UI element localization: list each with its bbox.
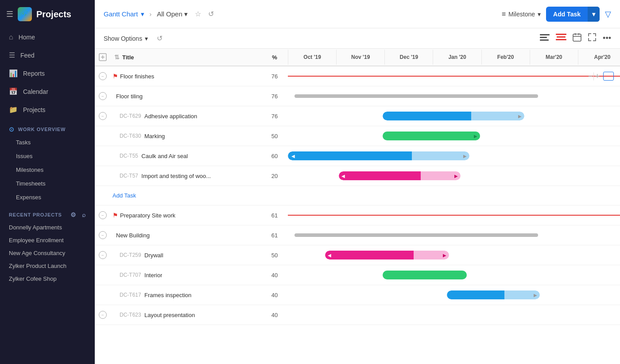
gantt-chart-button[interactable]: Gantt Chart ▾ [104, 10, 144, 18]
expand-button[interactable]: − [99, 311, 107, 319]
nav-reports[interactable]: 📊 Reports [0, 64, 95, 82]
month-apr20: Apr'20 [578, 50, 620, 65]
nav-feed[interactable]: ☰ Feed [0, 46, 95, 64]
row-expand[interactable]: − [95, 231, 111, 239]
main-content: Gantt Chart ▾ › All Open ▾ ☆ ↺ ≡ Milesto… [95, 0, 620, 364]
all-open-button[interactable]: All Open ▾ [157, 10, 188, 18]
row-title-cell: DC-T259 Drywall [111, 248, 261, 262]
row-title-cell: DC-T629 Adhesive application [111, 109, 261, 123]
row-pct: 50 [261, 252, 288, 259]
row-title-cell: DC-T707 Interior [111, 268, 261, 282]
row-pct: 50 [261, 133, 288, 139]
topbar-right: ≡ Milestone ▾ Add Task ▾ ▽ [502, 7, 611, 22]
task-id: DC-T55 [120, 153, 140, 159]
row-title-cell: DC-T617 Frames inspection [111, 288, 261, 302]
recent-project-3[interactable]: Zylker Product Launch [0, 259, 95, 272]
add-task-dropdown-icon[interactable]: ▾ [588, 7, 600, 22]
row-pct: 60 [261, 153, 288, 159]
calendar-icon: 📅 [9, 87, 18, 96]
row-title: Preparatory Site work [120, 212, 175, 219]
nav-projects[interactable]: 📁 Projects [0, 101, 95, 119]
expand-icon[interactable] [588, 33, 597, 44]
month-nov19: Nov '19 [336, 50, 384, 65]
row-expand[interactable]: − [95, 72, 111, 80]
sort-icon[interactable]: ⇅ [114, 54, 120, 61]
row-chart [288, 86, 620, 106]
svg-rect-3 [556, 34, 566, 35]
expand-button[interactable]: − [99, 112, 107, 120]
sidebar-header: ☰ Projects [0, 0, 95, 28]
row-minus[interactable]: − [588, 72, 593, 81]
svg-rect-0 [540, 34, 550, 35]
row-chart: ▶ [288, 285, 620, 305]
hamburger-icon[interactable]: ☰ [6, 9, 13, 19]
row-pct: 61 [261, 212, 288, 219]
row-title: Adhesive application [144, 113, 197, 120]
app-logo [18, 7, 32, 21]
sub-milestones[interactable]: Milestones [0, 163, 95, 177]
row-expand[interactable]: − [95, 92, 111, 100]
row-chart: ▶ [288, 106, 620, 126]
sub-tasks[interactable]: Tasks [0, 136, 95, 149]
favorite-icon[interactable]: ☆ [195, 10, 201, 18]
show-options-chevron: ▾ [145, 35, 148, 42]
undo-icon[interactable]: ↺ [157, 34, 163, 43]
sidebar: ☰ Projects ⌂ Home ☰ Feed 📊 Reports 📅 Cal… [0, 0, 95, 364]
recent-project-1[interactable]: Employee Enrollment [0, 234, 95, 247]
calendar-view-icon[interactable] [573, 33, 581, 44]
row-title: Marking [144, 133, 165, 139]
row-expand[interactable]: − [95, 311, 111, 319]
task-id: DC-T57 [120, 173, 140, 179]
add-task-button[interactable]: Add Task ▾ [546, 7, 600, 22]
row-chart [288, 225, 620, 245]
refresh-icon[interactable]: ↺ [208, 10, 214, 18]
work-overview-icon: ⊙ [9, 126, 15, 133]
row-pct: 40 [261, 312, 288, 318]
row-chart [288, 265, 620, 285]
filter-icon[interactable]: ▽ [605, 9, 611, 19]
expand-col-header [95, 49, 111, 66]
milestone-dropdown-icon[interactable]: ▾ [538, 11, 541, 18]
sub-issues[interactable]: Issues [0, 149, 95, 163]
row-pct: 20 [261, 173, 288, 179]
row-chart: ◀ ▶ [288, 166, 620, 186]
row-chart: ◀ ▶ [288, 146, 620, 166]
row-pct: 76 [261, 93, 288, 100]
recent-project-4[interactable]: Zylker Cofee Shop [0, 272, 95, 285]
milestone-button[interactable]: ≡ Milestone ▾ [502, 10, 541, 18]
search-recent-icon[interactable]: ⌕ [82, 211, 86, 218]
collapse-button[interactable]: − [99, 231, 107, 239]
recent-project-0[interactable]: Donnelly Apartments [0, 221, 95, 234]
table-row: DC-T55 Caulk and Air seal 60 ◀ ▶ [95, 146, 620, 166]
add-task-link[interactable]: Add Task [112, 192, 136, 199]
gantt-lines-icon[interactable] [540, 33, 550, 43]
nav-calendar[interactable]: 📅 Calendar [0, 82, 95, 101]
row-title: Interior [144, 272, 162, 279]
gantt-container[interactable]: ⇅ Title % Oct '19 Nov '19 Dec '19 Jan '2… [95, 49, 620, 364]
gantt-header: ⇅ Title % Oct '19 Nov '19 Dec '19 Jan '2… [95, 49, 620, 66]
show-options-button[interactable]: Show Options ▾ [104, 35, 148, 42]
table-row: − DC-T629 Adhesive application 76 ▶ [95, 106, 620, 126]
task-id: DC-T617 [120, 292, 143, 298]
nav-home[interactable]: ⌂ Home [0, 28, 95, 46]
more-options-icon[interactable]: ••• [603, 34, 611, 43]
allopen-dropdown-icon[interactable]: ▾ [184, 10, 188, 18]
collapse-button[interactable]: − [99, 72, 107, 80]
sub-timesheets[interactable]: Timesheets [0, 177, 95, 190]
row-expand[interactable]: − [95, 251, 111, 259]
gantt-dropdown-icon[interactable]: ▾ [141, 10, 144, 18]
collapse-button[interactable]: − [99, 211, 107, 219]
baselines-icon[interactable] [556, 33, 566, 43]
recent-project-2[interactable]: New Age Consultancy [0, 247, 95, 259]
row-plus[interactable]: + [595, 72, 600, 81]
expand-button[interactable]: − [99, 251, 107, 259]
row-expand[interactable]: − [95, 211, 111, 219]
sub-expenses[interactable]: Expenses [0, 190, 95, 204]
row-expand-btn[interactable] [603, 72, 614, 81]
filter-recent-icon[interactable]: ⚙ [70, 211, 77, 218]
app-title: Projects [36, 9, 71, 19]
collapse-button[interactable]: − [99, 92, 107, 100]
row-expand[interactable]: − [95, 112, 111, 120]
task-id: DC-T623 [120, 312, 143, 318]
row-title-cell: DC-T55 Caulk and Air seal [111, 149, 261, 163]
